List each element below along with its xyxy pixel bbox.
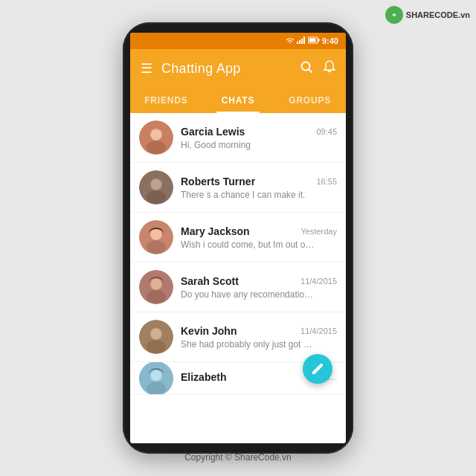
bell-icon[interactable]: [324, 60, 335, 77]
chat-name-mary: Mary Jackson: [181, 225, 250, 237]
chat-name-kevin: Kevin John: [181, 325, 237, 337]
status-icons: 9:40: [286, 36, 338, 45]
avatar-roberts: [139, 170, 173, 205]
chat-content-roberts: Roberts Turner 16:55 There s a chance I …: [181, 176, 337, 200]
svg-rect-4: [301, 39, 303, 44]
svg-point-17: [147, 190, 166, 204]
chat-preview-garcia: Hi, Good morning: [181, 140, 315, 150]
search-icon[interactable]: [300, 60, 313, 77]
chat-top-row-sarah: Sarah Scott 11/4/2015: [181, 275, 337, 287]
chat-preview-mary: Wish i could come, but Im out of town th…: [181, 239, 315, 250]
chat-content-mary: Mary Jackson Yesterday Wish i could come…: [181, 225, 337, 250]
svg-point-22: [151, 229, 161, 239]
app-header: ☰ Chatting App: [130, 49, 346, 88]
svg-point-21: [147, 240, 166, 254]
tab-chats[interactable]: CHATS: [202, 88, 274, 113]
phone-frame: 9:40 ☰ Chatting App: [123, 22, 353, 454]
chat-preview-sarah: Do you have any recomendations?: [181, 289, 315, 300]
svg-rect-8: [309, 39, 315, 42]
avatar-elizabeth: [139, 362, 173, 395]
status-bar: 9:40: [130, 33, 346, 49]
chat-name-garcia: Garcia Lewis: [181, 126, 245, 138]
svg-rect-2: [297, 42, 298, 44]
svg-rect-5: [303, 36, 305, 44]
avatar-mary: [139, 220, 173, 254]
svg-point-26: [151, 279, 161, 289]
watermark: Copyright © ShareCode.vn: [184, 452, 292, 463]
chat-preview-roberts: There s a chance I can make it.: [181, 190, 315, 200]
chat-name-elizabeth: Elizabeth: [181, 371, 226, 383]
chat-item-0[interactable]: Garcia Lewis 09:45 Hi, Good morning: [130, 113, 346, 163]
svg-point-14: [151, 129, 161, 140]
svg-point-34: [151, 370, 161, 381]
logo-circle: [385, 6, 403, 24]
chat-list: Garcia Lewis 09:45 Hi, Good morning: [130, 113, 346, 443]
svg-point-25: [147, 290, 166, 303]
svg-line-10: [309, 69, 312, 72]
fab-compose-button[interactable]: [303, 354, 332, 384]
svg-point-29: [147, 340, 166, 353]
tab-groups[interactable]: GROUPS: [274, 88, 346, 113]
chat-preview-kevin: She had probably only just got up and ha…: [181, 339, 315, 350]
logo-text: SHARECODE.vn: [406, 10, 470, 19]
chat-name-sarah: Sarah Scott: [181, 275, 239, 287]
menu-icon[interactable]: ☰: [141, 60, 152, 77]
signal-icon: [297, 36, 306, 45]
wifi-icon: [286, 36, 295, 45]
chat-content-sarah: Sarah Scott 11/4/2015 Do you have any re…: [181, 275, 337, 300]
avatar-sarah: [139, 270, 173, 304]
tabs-bar: FRIENDS CHATS GROUPS: [130, 88, 346, 113]
page-wrapper: SHARECODE.vn: [0, 0, 476, 476]
tab-friends[interactable]: FRIENDS: [130, 88, 202, 113]
sharecode-logo: SHARECODE.vn: [385, 6, 470, 24]
chat-item-3[interactable]: Sarah Scott 11/4/2015 Do you have any re…: [130, 263, 346, 312]
svg-rect-3: [299, 40, 300, 44]
svg-point-33: [147, 382, 166, 395]
chat-top-row-kevin: Kevin John 11/4/2015: [181, 325, 337, 337]
chat-item-1[interactable]: Roberts Turner 16:55 There s a chance I …: [130, 163, 346, 213]
chat-time-kevin: 11/4/2015: [300, 327, 337, 335]
chat-content-garcia: Garcia Lewis 09:45 Hi, Good morning: [181, 126, 337, 150]
avatar-garcia: [139, 120, 173, 155]
chat-time-mary: Yesterday: [300, 227, 337, 236]
avatar-kevin: [139, 320, 173, 354]
chat-top-row-roberts: Roberts Turner 16:55: [181, 176, 337, 187]
chat-item-2[interactable]: Mary Jackson Yesterday Wish i could come…: [130, 213, 346, 263]
app-title: Chatting App: [161, 61, 291, 77]
svg-rect-7: [318, 39, 319, 42]
svg-point-13: [147, 141, 166, 154]
chat-top-row-mary: Mary Jackson Yesterday: [181, 225, 337, 237]
chat-name-roberts: Roberts Turner: [181, 176, 255, 187]
svg-point-30: [151, 329, 161, 339]
chat-time-sarah: 11/4/2015: [300, 277, 337, 286]
status-time: 9:40: [322, 36, 338, 45]
chat-content-kevin: Kevin John 11/4/2015 She had probably on…: [181, 325, 337, 350]
svg-point-18: [151, 179, 161, 190]
svg-point-1: [289, 42, 291, 44]
header-actions: [300, 60, 335, 77]
battery-icon: [308, 36, 320, 45]
phone-screen: 9:40 ☰ Chatting App: [130, 33, 346, 443]
chat-time-roberts: 16:55: [316, 177, 337, 186]
chat-time-garcia: 09:45: [316, 127, 337, 136]
chat-top-row-garcia: Garcia Lewis 09:45: [181, 126, 337, 138]
